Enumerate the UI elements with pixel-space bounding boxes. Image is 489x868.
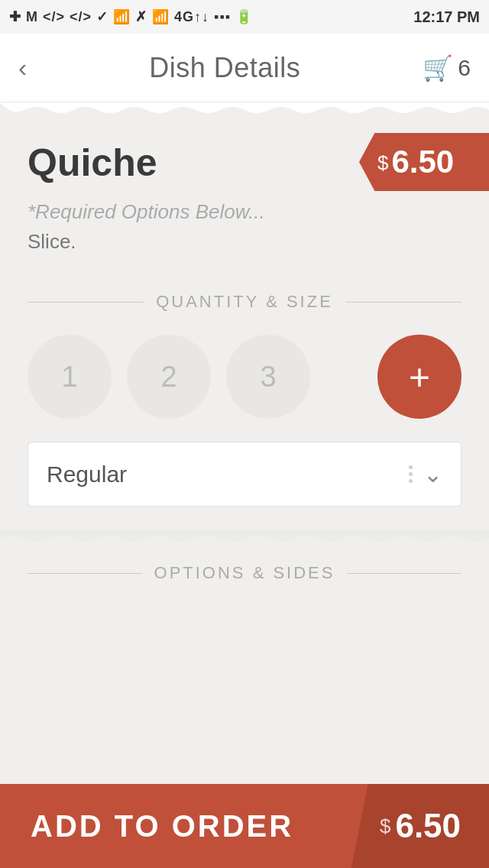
add-price-amount: 6.50 bbox=[395, 807, 461, 845]
size-dropdown[interactable]: Regular ⌄ bbox=[28, 442, 461, 507]
add-to-order-button[interactable]: ADD TO ORDER bbox=[0, 784, 351, 868]
time-display: 12:17 PM bbox=[413, 8, 480, 26]
plus-icon: + bbox=[409, 356, 430, 398]
wavy-divider-top bbox=[0, 102, 489, 118]
options-divider-right bbox=[347, 573, 461, 574]
required-options-text: *Required Options Below... bbox=[28, 200, 461, 224]
nav-bar: ‹ Dish Details 🛒 6 bbox=[0, 34, 489, 102]
wavy-divider-middle bbox=[0, 530, 489, 548]
dropdown-icons: ⌄ bbox=[409, 461, 442, 487]
status-bar-left: ✚ M </> </> ✓ 📶 ✗ 📶 4G↑↓ ▪▪▪ 🔋 bbox=[9, 8, 253, 25]
cart-button[interactable]: 🛒 6 bbox=[423, 53, 471, 83]
quantity-section-label: QUANTITY & SIZE bbox=[156, 292, 333, 312]
price-badge: $ 6.50 bbox=[359, 133, 489, 191]
quantity-section-divider: QUANTITY & SIZE bbox=[0, 269, 489, 327]
quantity-1-button[interactable]: 1 bbox=[28, 335, 112, 419]
dish-description: Slice. bbox=[28, 230, 461, 254]
chevron-down-icon: ⌄ bbox=[423, 461, 442, 487]
cart-icon: 🛒 bbox=[423, 53, 453, 83]
add-to-order-price: $ 6.50 bbox=[351, 784, 489, 868]
status-icons: ✚ M </> </> ✓ 📶 ✗ 📶 4G↑↓ ▪▪▪ 🔋 bbox=[9, 8, 253, 25]
dots-icon bbox=[409, 465, 413, 483]
add-to-order-bar: ADD TO ORDER $ 6.50 bbox=[0, 784, 489, 868]
back-button[interactable]: ‹ bbox=[18, 53, 27, 83]
main-content: Quiche $ 6.50 *Required Options Below...… bbox=[0, 118, 489, 690]
quantity-3-button[interactable]: 3 bbox=[226, 335, 310, 419]
divider-line-right bbox=[345, 302, 461, 303]
status-bar: ✚ M </> </> ✓ 📶 ✗ 📶 4G↑↓ ▪▪▪ 🔋 12:17 PM bbox=[0, 0, 489, 34]
quantity-add-button[interactable]: + bbox=[377, 335, 461, 419]
price-amount: 6.50 bbox=[391, 144, 454, 180]
divider-line-left bbox=[28, 302, 144, 303]
dish-header: Quiche $ 6.50 *Required Options Below...… bbox=[0, 118, 489, 269]
page-title: Dish Details bbox=[149, 52, 300, 84]
options-section-divider: OPTIONS & SIDES bbox=[0, 548, 489, 598]
price-dollar-sign: $ bbox=[377, 151, 388, 175]
quantity-row: 1 2 3 + bbox=[0, 327, 489, 442]
wavy-middle-svg bbox=[0, 530, 489, 548]
wavy-svg bbox=[0, 102, 489, 118]
add-price-dollar-sign: $ bbox=[380, 815, 390, 838]
options-divider-left bbox=[28, 573, 142, 574]
size-selected-value: Regular bbox=[47, 462, 127, 487]
quantity-2-button[interactable]: 2 bbox=[127, 335, 211, 419]
size-dropdown-wrapper: Regular ⌄ bbox=[28, 442, 461, 507]
status-bar-right: 12:17 PM bbox=[413, 8, 480, 26]
options-section-label: OPTIONS & SIDES bbox=[154, 563, 335, 583]
cart-count: 6 bbox=[458, 55, 471, 81]
